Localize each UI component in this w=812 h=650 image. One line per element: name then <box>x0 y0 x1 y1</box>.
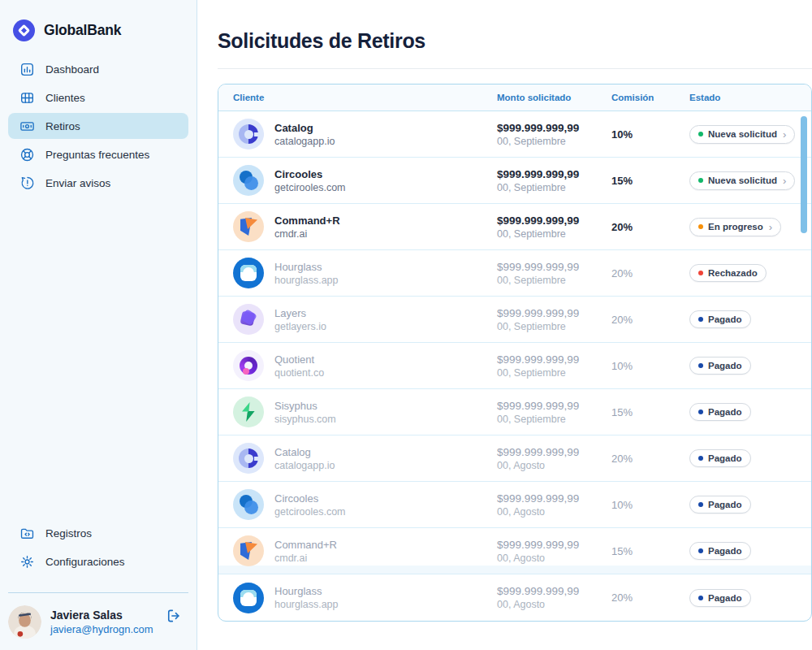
sidebar-item-dashboard[interactable]: Dashboard <box>8 56 188 82</box>
status-badge[interactable]: Pagado <box>689 496 751 514</box>
amount-cell: $999.999.999,99 00, Septiembre <box>497 261 611 286</box>
sidebar-item-configuraciones[interactable]: Configuraciones <box>8 548 188 574</box>
profile-text: Javiera Salas javiera@hydrogn.com <box>50 609 157 635</box>
client-logo-icon <box>233 119 264 150</box>
status-badge[interactable]: Pagado <box>689 403 751 421</box>
client-cell: Hourglass hourglass.app <box>233 583 497 613</box>
amount-date: 00, Agosto <box>497 552 611 564</box>
client-logo-icon <box>233 396 264 427</box>
table-row[interactable]: Hourglass hourglass.app $999.999.999,99 … <box>218 574 811 621</box>
amount-value: $999.999.999,99 <box>497 307 611 319</box>
amount-date: 00, Septiembre <box>497 321 611 332</box>
amount-date: 00, Septiembre <box>497 228 611 240</box>
client-logo-icon <box>233 304 264 335</box>
status-badge[interactable]: Pagado <box>689 310 751 328</box>
table-row[interactable]: Layers getlayers.io $999.999.999,99 00, … <box>218 297 811 343</box>
table-scrollbar[interactable] <box>801 116 807 233</box>
status-label: Pagado <box>708 453 742 463</box>
client-name: Hourglass <box>274 585 339 597</box>
brand[interactable]: GlobalBank <box>13 20 184 41</box>
profile-name: Javiera Salas <box>50 609 157 622</box>
client-cell: Circooles getcirooles.com <box>233 489 497 520</box>
commission-value: 20% <box>611 221 689 233</box>
status-cell: Pagado <box>689 310 795 328</box>
table-row[interactable]: Command+R cmdr.ai $999.999.999,99 00, Se… <box>218 204 811 250</box>
amount-date: 00, Septiembre <box>497 136 611 147</box>
client-cell: Catalog catalogapp.io <box>233 119 497 150</box>
amount-value: $999.999.999,99 <box>497 585 611 597</box>
table-body: Catalog catalogapp.io $999.999.999,99 00… <box>218 111 811 621</box>
status-label: Pagado <box>708 314 742 324</box>
amount-date: 00, Septiembre <box>497 414 611 425</box>
sidebar: GlobalBank Dashboard Clientes <box>0 0 197 650</box>
sidebar-item-clientes[interactable]: Clientes <box>8 84 188 110</box>
client-name: Hourglass <box>274 261 339 273</box>
status-cell: Pagado <box>689 449 795 467</box>
table-row[interactable]: Sisyphus sisyphus.com $999.999.999,99 00… <box>218 389 811 436</box>
client-domain: getcirooles.com <box>274 182 346 193</box>
sidebar-item-registros[interactable]: Registros <box>8 520 188 546</box>
table-row[interactable]: Catalog catalogapp.io $999.999.999,99 00… <box>218 436 811 482</box>
sidebar-item-retiros[interactable]: Retiros <box>8 113 188 139</box>
client-cell: Command+R cmdr.ai <box>233 535 497 566</box>
amount-value: $999.999.999,99 <box>497 353 611 366</box>
status-cell: Pagado <box>689 357 795 375</box>
profile: Javiera Salas javiera@hydrogn.com <box>0 593 197 639</box>
commission-value: 10% <box>611 499 689 511</box>
status-badge[interactable]: Pagado <box>689 589 751 607</box>
table-row[interactable]: Circooles getcirooles.com $999.999.999,9… <box>218 482 811 528</box>
client-logo-icon <box>233 535 264 566</box>
table-row[interactable]: Command+R cmdr.ai $999.999.999,99 00, Ag… <box>218 528 811 574</box>
client-logo-icon <box>233 489 264 520</box>
status-badge[interactable]: Rechazado <box>689 264 767 282</box>
amount-value: $999.999.999,99 <box>497 539 611 551</box>
status-label: Nueva solicitud <box>708 129 777 139</box>
clients-table-icon <box>19 90 35 106</box>
main-content: Solicitudes de Retiros Cliente Monto sol… <box>197 0 812 650</box>
amount-cell: $999.999.999,99 00, Septiembre <box>497 168 611 193</box>
logout-button[interactable] <box>166 608 184 626</box>
status-badge[interactable]: Nueva solicitud › <box>689 171 795 190</box>
amount-value: $999.999.999,99 <box>497 400 611 412</box>
status-badge[interactable]: Pagado <box>689 449 751 467</box>
title-divider <box>218 68 812 69</box>
client-domain: hourglass.app <box>274 275 339 286</box>
status-badge[interactable]: Pagado <box>689 542 751 560</box>
client-name: Circooles <box>274 492 346 505</box>
client-logo-icon <box>233 350 264 381</box>
alert-bubble-icon <box>19 176 35 191</box>
folder-code-icon <box>19 526 35 541</box>
profile-email: javiera@hydrogn.com <box>50 623 157 635</box>
client-name: Command+R <box>274 539 337 551</box>
client-domain: catalogapp.io <box>274 460 335 471</box>
client-name: Quotient <box>274 353 324 366</box>
table-row[interactable]: Circooles getcirooles.com $999.999.999,9… <box>218 158 811 204</box>
amount-value: $999.999.999,99 <box>497 446 611 458</box>
sidebar-item-label: Preguntas frecuentes <box>45 149 149 161</box>
status-cell: Rechazado <box>689 264 795 282</box>
table-row[interactable]: Hourglass hourglass.app $999.999.999,99 … <box>218 250 811 297</box>
status-cell: Pagado <box>689 589 795 607</box>
status-cell: Pagado <box>689 496 795 514</box>
avatar <box>8 605 41 639</box>
commission-value: 20% <box>611 592 689 604</box>
status-badge[interactable]: En progreso › <box>689 218 781 236</box>
column-header-monto: Monto solicitado <box>497 93 611 102</box>
status-dot-icon <box>698 132 703 136</box>
globalbank-logo-icon <box>13 20 35 41</box>
status-dot-icon <box>698 502 703 507</box>
amount-cell: $999.999.999,99 00, Septiembre <box>497 400 611 425</box>
status-badge[interactable]: Nueva solicitud › <box>689 125 795 144</box>
status-badge[interactable]: Pagado <box>689 357 751 375</box>
chevron-right-icon: › <box>783 129 786 140</box>
status-label: Pagado <box>708 546 742 556</box>
lifebuoy-icon <box>19 147 35 162</box>
client-name: Sisyphus <box>274 400 336 412</box>
table-row[interactable]: Catalog catalogapp.io $999.999.999,99 00… <box>218 111 811 158</box>
sidebar-item-label: Clientes <box>45 92 85 104</box>
table-row[interactable]: Quotient quotient.co $999.999.999,99 00,… <box>218 343 811 389</box>
sidebar-item-enviar-avisos[interactable]: Enviar avisos <box>8 170 188 196</box>
sidebar-item-preguntas-frecuentes[interactable]: Preguntas frecuentes <box>8 141 188 167</box>
client-cell: Sisyphus sisyphus.com <box>233 396 497 427</box>
amount-cell: $999.999.999,99 00, Septiembre <box>497 122 611 147</box>
